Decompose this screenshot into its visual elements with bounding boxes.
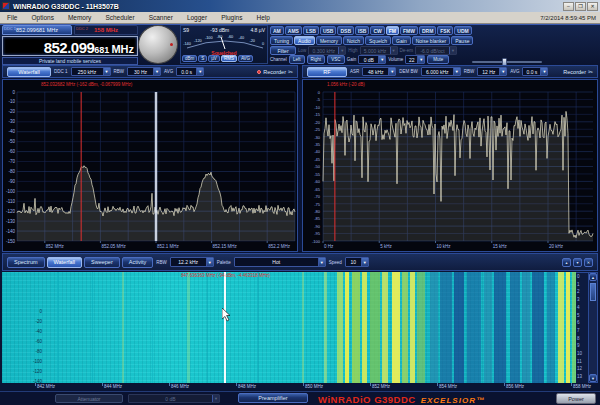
waterfall-tool-button--[interactable]: ▾ bbox=[573, 258, 582, 267]
audio-rbw-select[interactable]: 12 Hz▼ bbox=[477, 67, 507, 76]
speed-select[interactable]: 10▼ bbox=[345, 257, 369, 267]
chevron-down-icon: ▼ bbox=[361, 258, 368, 266]
waterfall-tab-sweeper[interactable]: Sweeper bbox=[84, 257, 120, 268]
scroll-down-icon[interactable]: ▼ bbox=[589, 374, 597, 382]
scrollbar-thumb[interactable] bbox=[590, 283, 596, 301]
control-button-squelch[interactable]: Squelch bbox=[365, 36, 391, 45]
mode-button-lsb[interactable]: LSB bbox=[303, 26, 319, 35]
filter-button[interactable]: Filter bbox=[270, 46, 296, 55]
mode-button-fsk[interactable]: FSK bbox=[437, 26, 453, 35]
x-tick-label: 852.15 MHz bbox=[213, 244, 237, 249]
mode-button-ams[interactable]: AMS bbox=[285, 26, 302, 35]
menu-item-help[interactable]: Help bbox=[249, 14, 276, 21]
smeter-button-avg[interactable]: AVG bbox=[238, 55, 253, 62]
ddc-recorder-button[interactable]: Recorder ✂ bbox=[257, 68, 293, 75]
mode-button-udm[interactable]: UDM bbox=[454, 26, 471, 35]
audio-spectrum-panel[interactable]: 1.056 kHz (-20 dB) 0-5-10-15-20-25-30-35… bbox=[302, 79, 598, 252]
chevron-down-icon: ▼ bbox=[417, 56, 424, 63]
chevron-down-icon: ▼ bbox=[103, 68, 110, 75]
audio-avg-select[interactable]: 0.0 s▼ bbox=[522, 67, 548, 76]
control-button-memory[interactable]: Memory bbox=[316, 36, 342, 45]
scissors-icon[interactable]: ✂ bbox=[288, 68, 293, 75]
volume-slider[interactable] bbox=[472, 60, 542, 64]
rbw-select[interactable]: 30 Hz▼ bbox=[127, 67, 161, 76]
power-button[interactable]: Power bbox=[556, 393, 596, 404]
channel-right-button[interactable]: Right bbox=[307, 55, 325, 64]
control-button-audio[interactable]: Audio bbox=[294, 36, 315, 45]
smeter-button-rms[interactable]: RMS bbox=[221, 55, 237, 62]
dembw-select[interactable]: 6.000 kHz▼ bbox=[421, 67, 461, 76]
frequency-display[interactable]: 852.099 681 MHz bbox=[2, 36, 138, 56]
ddc-spectrum-panel[interactable]: 852.032682 MHz (-162 dBm, -0.067999 MHz)… bbox=[2, 79, 298, 252]
smeter-button-dbm[interactable]: dBm bbox=[182, 55, 197, 62]
waterfall-frequency-axis: 842 MHz844 MHz846 MHz848 MHz850 MHz852 M… bbox=[2, 383, 576, 391]
waterfall-time-scale: 012345678910111213 bbox=[576, 272, 588, 383]
close-button[interactable]: ✕ bbox=[587, 2, 598, 11]
attenuator-select[interactable]: 0 dB▼ bbox=[128, 394, 220, 403]
control-button-tuning[interactable]: Tuning bbox=[270, 36, 293, 45]
waterfall-tool-button--[interactable]: ▴ bbox=[562, 258, 571, 267]
waterfall-scrollbar[interactable]: ▲ ▼ bbox=[588, 272, 598, 383]
waterfall-tab-spectrum[interactable]: Spectrum bbox=[7, 257, 45, 268]
asr-select[interactable]: 48 kHz▼ bbox=[362, 67, 396, 76]
audio-recorder-button[interactable]: Recorder ✂ bbox=[563, 68, 593, 75]
control-button-pause[interactable]: Pause bbox=[451, 36, 473, 45]
gain-select[interactable]: 0 dB▼ bbox=[358, 55, 386, 64]
smeter-button-s[interactable]: S bbox=[198, 55, 207, 62]
mode-button-cw[interactable]: CW bbox=[370, 26, 384, 35]
waterfall-tab-activity[interactable]: Activity bbox=[122, 257, 153, 268]
chevron-down-icon: ▼ bbox=[499, 68, 506, 75]
mode-button-dsb[interactable]: DSB bbox=[337, 26, 354, 35]
scroll-up-icon[interactable]: ▲ bbox=[589, 273, 597, 281]
control-button-gain[interactable]: Gain bbox=[392, 36, 411, 45]
waterfall-display[interactable]: 847.636363 MHz (-94 dBm, -4.463318 MHz) … bbox=[2, 272, 576, 383]
menu-item-options[interactable]: Options bbox=[24, 14, 60, 21]
mode-button-drm[interactable]: DRM bbox=[419, 26, 436, 35]
preamplifier-button[interactable]: Preamplifier bbox=[238, 393, 308, 403]
menu-item-scheduler[interactable]: Scheduler bbox=[98, 14, 141, 21]
scissors-icon[interactable]: ✂ bbox=[588, 68, 593, 75]
waterfall-view-button[interactable]: Waterfall bbox=[7, 67, 51, 77]
mode-button-isb[interactable]: ISB bbox=[355, 26, 369, 35]
waterfall-level-tick: -40 bbox=[22, 329, 42, 334]
mode-button-am[interactable]: AM bbox=[270, 26, 284, 35]
mute-button[interactable]: Mute bbox=[427, 55, 449, 64]
waterfall-time-tick: 3 bbox=[577, 297, 580, 302]
ddc-bandwidth-select[interactable]: 250 kHz▼ bbox=[71, 67, 111, 76]
y-tick-label: -50 bbox=[305, 164, 320, 169]
smeter-scale-label: -120 bbox=[193, 39, 203, 43]
waterfall-tab-waterfall[interactable]: Waterfall bbox=[47, 257, 83, 268]
channel-left-button[interactable]: Left bbox=[289, 55, 305, 64]
smeter-button--v[interactable]: µV bbox=[208, 55, 220, 62]
smeter-scale-label: -140 bbox=[182, 42, 192, 46]
filter-low-label: Low bbox=[298, 46, 306, 55]
waterfall-signal-stripe bbox=[566, 272, 570, 383]
palette-select[interactable]: Hot▼ bbox=[234, 257, 326, 267]
waterfall-rbw-select[interactable]: 12.2 kHz▼ bbox=[170, 257, 214, 267]
ddc1-tab[interactable]: DDC 1 852.099681 MHz bbox=[2, 25, 72, 35]
menu-item-memory[interactable]: Memory bbox=[61, 14, 98, 21]
control-button-notch[interactable]: Notch bbox=[343, 36, 364, 45]
menu-item-scanner[interactable]: Scanner bbox=[142, 14, 180, 21]
waterfall-tool-button--[interactable]: ✕ bbox=[584, 258, 593, 267]
menu-item-file[interactable]: File bbox=[0, 14, 24, 21]
mode-button-fmw[interactable]: FMW bbox=[400, 26, 418, 35]
deemphasis-select: -6.0 dB/oct▼ bbox=[415, 46, 457, 55]
waterfall-signal-stripe bbox=[302, 272, 304, 383]
rf-button[interactable]: RF bbox=[307, 67, 347, 77]
vsc-button[interactable]: VSC bbox=[327, 55, 345, 64]
waterfall-x-tick: 846 MHz bbox=[171, 384, 189, 389]
minimize-button[interactable]: – bbox=[563, 2, 574, 11]
menu-item-plugins[interactable]: Plugins bbox=[214, 14, 249, 21]
mode-button-usb[interactable]: USB bbox=[320, 26, 337, 35]
attenuator-button[interactable]: Attenuator bbox=[55, 394, 123, 403]
control-button-noise-blanker[interactable]: Noise blanker bbox=[412, 36, 451, 45]
avg-select[interactable]: 0.0 s▼ bbox=[176, 67, 204, 76]
volume-select[interactable]: 22▼ bbox=[405, 55, 425, 64]
chevron-down-icon: ▼ bbox=[153, 68, 160, 75]
ddc2-tab[interactable]: DDC 2 158 MHz bbox=[74, 25, 138, 35]
mode-button-fm[interactable]: FM bbox=[386, 26, 399, 35]
menu-item-logger[interactable]: Logger bbox=[180, 14, 214, 21]
maximize-button[interactable]: ❐ bbox=[575, 2, 586, 11]
y-tick-label: -30 bbox=[305, 135, 320, 140]
